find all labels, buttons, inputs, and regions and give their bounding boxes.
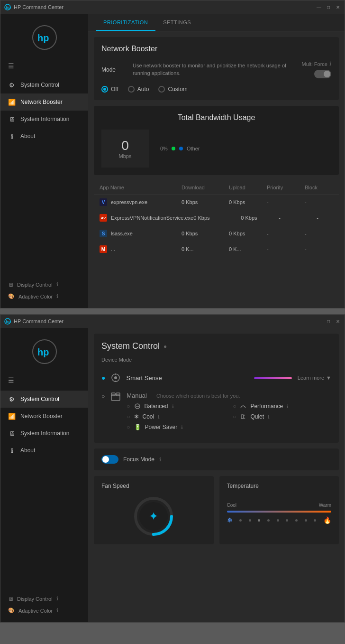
close-button-1[interactable]: ✕ xyxy=(335,4,341,10)
option-quiet[interactable]: ○ Quiet ℹ xyxy=(233,413,331,420)
quiet-icon xyxy=(240,413,246,420)
radio-circle-custom xyxy=(158,86,165,93)
main-content-1: PRIORITIZATION SETTINGS Network Booster … xyxy=(88,14,345,308)
system-control-section: System Control ● Device Mode ● Smart Sen… xyxy=(94,334,339,443)
about-icon-2: ℹ xyxy=(8,447,16,454)
titlebar-app-name-1: HP Command Center xyxy=(14,4,64,10)
radio-custom[interactable]: Custom xyxy=(158,86,187,93)
app-name-2: lsass.exe xyxy=(111,231,133,236)
logo-container-1: hp xyxy=(0,18,88,59)
adaptive-color-item-2[interactable]: 🎨 Adaptive Color ℹ xyxy=(8,605,81,616)
col-priority: Priority xyxy=(267,185,305,190)
col-app-name: App Name xyxy=(100,185,182,190)
fan-inner: ✦ xyxy=(139,502,168,531)
hp-taskbar-icon: hp xyxy=(4,4,11,10)
priority-1: - xyxy=(279,215,317,221)
radio-label-custom: Custom xyxy=(168,86,187,93)
display-control-icon-2: 🖥 xyxy=(8,596,13,602)
system-info-icon-2: 🖥 xyxy=(8,429,16,437)
mode-description: Use network booster to monitor and prior… xyxy=(133,62,294,77)
radio-balanced: ○ xyxy=(127,403,130,410)
sidebar-item-about-1[interactable]: ℹ About xyxy=(0,128,88,145)
mode-row: Mode Use network booster to monitor and … xyxy=(101,61,331,78)
minimize-button-1[interactable]: — xyxy=(316,4,322,10)
multi-force-toggle[interactable] xyxy=(314,70,331,78)
adaptive-color-label-1: Adaptive Color xyxy=(18,294,53,299)
app-name-cell-2: S lsass.exe xyxy=(100,230,182,237)
option-balanced[interactable]: ○ Balanced ℹ xyxy=(127,403,225,410)
radio-circle-auto xyxy=(128,86,135,93)
cool-label: Cool xyxy=(143,413,154,420)
close-button-2[interactable]: ✕ xyxy=(335,318,341,324)
main-content-2: System Control ● Device Mode ● Smart Sen… xyxy=(88,328,345,622)
tab-prioritization[interactable]: PRIORITIZATION xyxy=(96,14,155,31)
power-saver-label: Power Saver xyxy=(145,424,178,430)
maximize-button-1[interactable]: □ xyxy=(326,4,331,10)
power-saver-info: ℹ xyxy=(181,425,183,430)
manual-header-row: Manual Choose which option is best for y… xyxy=(127,392,331,399)
app-icon-2: S xyxy=(100,230,107,237)
bandwidth-title: Total Bandwidth Usage xyxy=(101,113,331,122)
sidebar-nav-2: ⚙ System Control 📶 Network Booster 🖥 Sys… xyxy=(0,391,88,587)
maximize-button-2[interactable]: □ xyxy=(326,318,331,324)
focus-mode-info-icon: ℹ xyxy=(159,457,161,463)
option-power-saver[interactable]: ○ 🔋 Power Saver ℹ xyxy=(127,424,225,430)
sidebar-item-about-2[interactable]: ℹ About xyxy=(0,442,88,459)
mode-label: Mode xyxy=(101,66,125,73)
table-row: V expressvpn.exe 0 Kbps 0 Kbps - - xyxy=(94,195,339,210)
hamburger-menu-1[interactable]: ☰ xyxy=(0,59,88,73)
tabs-1: PRIORITIZATION SETTINGS xyxy=(88,14,345,31)
sidebar-item-system-control-2[interactable]: ⚙ System Control xyxy=(0,391,88,408)
upload-2: 0 Kbps xyxy=(229,231,267,236)
block-0: - xyxy=(305,199,333,205)
download-0: 0 Kbps xyxy=(182,199,229,205)
titlebar-controls-1: — □ ✕ xyxy=(316,4,341,10)
system-control-icon-2: ⚙ xyxy=(8,395,16,403)
display-control-item-2[interactable]: 🖥 Display Control ℹ xyxy=(8,593,81,605)
smart-sense-row[interactable]: ● Smart Sense Learn more ▼ xyxy=(101,368,331,387)
balanced-icon xyxy=(134,403,141,410)
quiet-info: ℹ xyxy=(268,414,270,420)
system-control-title: System Control xyxy=(101,341,160,351)
sidebar-item-system-information-2[interactable]: 🖥 System Information xyxy=(0,425,88,442)
bandwidth-legend: 0% Other xyxy=(160,146,200,151)
minimize-button-2[interactable]: — xyxy=(316,318,322,324)
hamburger-menu-2[interactable]: ☰ xyxy=(0,373,88,387)
hp-logo-svg-2: hp xyxy=(37,346,52,357)
focus-mode-label: Focus Mode xyxy=(123,456,154,463)
mode-radio-group: Off Auto Custom xyxy=(101,86,331,93)
titlebar-controls-2: — □ ✕ xyxy=(316,318,341,324)
radio-auto[interactable]: Auto xyxy=(128,86,149,93)
sidebar-item-system-information-1[interactable]: 🖥 System Information xyxy=(0,111,88,128)
legend-other-label: Other xyxy=(187,146,200,151)
display-control-item-1[interactable]: 🖥 Display Control ℹ xyxy=(8,279,81,290)
learn-more-button[interactable]: Learn more ▼ xyxy=(298,375,331,381)
adaptive-color-item-1[interactable]: 🎨 Adaptive Color ℹ xyxy=(8,290,81,302)
svg-text:hp: hp xyxy=(37,347,49,357)
sidebar-1: hp ☰ ⚙ System Control 📶 Network Booster … xyxy=(0,14,88,308)
focus-mode-toggle[interactable] xyxy=(101,455,118,464)
radio-manual: ○ xyxy=(101,393,105,400)
radio-off[interactable]: Off xyxy=(101,86,118,93)
option-cool[interactable]: ○ ❄ Cool ℹ xyxy=(127,413,225,420)
svg-text:hp: hp xyxy=(6,319,11,324)
smart-sense-icon xyxy=(111,373,120,383)
sidebar-item-system-control-1[interactable]: ⚙ System Control xyxy=(0,76,88,93)
window-system-control: hp HP Command Center — □ ✕ hp ☰ ⚙ xyxy=(0,314,345,623)
manual-row: ○ Manual Choose which option is best for… xyxy=(101,387,331,435)
temp-dot-4: ​ xyxy=(267,519,270,522)
app-name-cell-0: V expressvpn.exe xyxy=(100,198,182,206)
table-row: M ... 0 K... 0 K... - - xyxy=(94,242,339,257)
tab-settings[interactable]: SETTINGS xyxy=(155,14,199,31)
sidebar-item-network-booster-2[interactable]: 📶 Network Booster xyxy=(0,408,88,425)
download-2: 0 Kbps xyxy=(182,231,229,236)
svg-text:hp: hp xyxy=(37,33,49,43)
temp-dot-2: ​ xyxy=(249,519,251,522)
option-performance[interactable]: ○ Performance ℹ xyxy=(233,403,331,410)
sidebar-item-label-system-control-1: System Control xyxy=(20,82,59,88)
system-info-icon-1: 🖥 xyxy=(8,115,16,123)
sidebar-item-network-booster-1[interactable]: 📶 Network Booster xyxy=(0,93,88,111)
display-control-info-2: ℹ xyxy=(56,596,58,602)
svg-text:hp: hp xyxy=(6,5,11,10)
radio-circle-off xyxy=(101,86,108,93)
